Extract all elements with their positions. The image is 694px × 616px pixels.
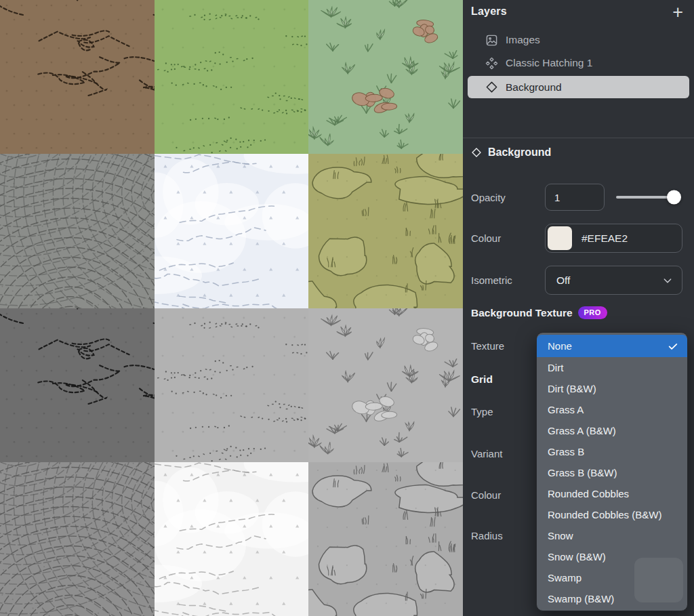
texture-option-swamp[interactable]: Swamp: [537, 567, 687, 588]
right-panel: Layers + Images Classic Hatching 1 Ba: [463, 0, 694, 616]
background-texture-header: Background Texture PRO: [471, 306, 607, 319]
texture-option-label: Dirt: [548, 362, 563, 373]
texture-tile-snow: [155, 154, 309, 308]
background-section-title: Background: [488, 146, 551, 159]
diamond-icon: [485, 81, 498, 94]
prop-label-radius: Radius: [471, 530, 503, 541]
prop-label-colour: Colour: [471, 489, 501, 501]
texture-option-grass-a[interactable]: Grass A: [537, 399, 687, 420]
texture-option-label: None: [548, 340, 572, 352]
texture-option-dirt[interactable]: Dirt: [537, 357, 687, 378]
layer-item-classic-hatching-1[interactable]: Classic Hatching 1: [468, 53, 689, 73]
texture-option-label: Grass A: [548, 404, 584, 415]
texture-option-dirt-b-w[interactable]: Dirt (B&W): [537, 378, 687, 399]
texture-tile-swamp-b-w: [308, 462, 463, 616]
texture-tile-dirt-b-w: [0, 308, 155, 462]
opacity-input[interactable]: 1: [545, 184, 605, 211]
texture-tile-swamp: [308, 154, 463, 308]
texture-option-label: Grass B: [548, 446, 584, 457]
background-texture-title: Background Texture: [471, 307, 573, 319]
texture-option-label: Snow: [548, 530, 573, 541]
texture-option-label: Snow (B&W): [548, 551, 606, 562]
opacity-value: 1: [554, 192, 560, 203]
layer-item-background[interactable]: Background: [468, 76, 689, 98]
texture-option-label: Rounded Cobbles: [548, 488, 629, 499]
texture-option-swamp-b-w[interactable]: Swamp (B&W): [537, 588, 687, 609]
prop-label-grid: Grid: [471, 373, 493, 386]
texture-option-label: Rounded Cobbles (B&W): [548, 509, 661, 520]
panel-divider: [463, 138, 694, 138]
app-window: Layers + Images Classic Hatching 1 Ba: [0, 0, 694, 616]
colour-field[interactable]: #EFEAE2: [545, 224, 682, 253]
texture-option-grass-a-b-w[interactable]: Grass A (B&W): [537, 420, 687, 441]
texture-option-label: Grass B (B&W): [548, 467, 617, 478]
texture-tile-dirt: [0, 0, 155, 154]
texture-tile-grass-a: [155, 0, 309, 154]
layer-item-label: Background: [506, 81, 562, 94]
colour-swatch[interactable]: [548, 226, 572, 250]
prop-label-type: Type: [471, 406, 493, 417]
check-icon: [668, 341, 678, 352]
texture-option-snow-b-w[interactable]: Snow (B&W): [537, 546, 687, 567]
prop-label-texture: Texture: [471, 340, 504, 352]
isometric-label: Isometric: [471, 274, 512, 286]
layer-item-label: Classic Hatching 1: [506, 57, 592, 69]
colour-label: Colour: [471, 232, 501, 244]
colour-value: #EFEAE2: [581, 232, 628, 245]
opacity-label: Opacity: [471, 192, 506, 203]
texture-tile-snow-b-w: [155, 462, 309, 616]
layers-header: Layers +: [463, 0, 694, 19]
chevron-down-icon: [662, 275, 673, 286]
add-layer-button[interactable]: +: [671, 5, 685, 19]
texture-option-grass-b-b-w[interactable]: Grass B (B&W): [537, 462, 687, 483]
pro-badge: PRO: [578, 306, 607, 319]
texture-option-label: Dirt (B&W): [548, 383, 596, 394]
texture-dropdown: NoneDirtDirt (B&W)Grass AGrass A (B&W)Gr…: [536, 332, 688, 611]
opacity-slider[interactable]: [616, 196, 681, 199]
texture-option-label: Grass A (B&W): [548, 425, 616, 436]
texture-option-label: Swamp: [548, 572, 581, 583]
texture-tile-grass-b-b-w: [308, 308, 463, 462]
layer-item-images[interactable]: Images: [468, 30, 689, 50]
texture-option-rounded-cobbles-b-w[interactable]: Rounded Cobbles (B&W): [537, 504, 687, 525]
isometric-select[interactable]: Off: [545, 266, 682, 295]
layers-panel-title: Layers: [471, 5, 507, 18]
background-section-header: Background: [471, 146, 551, 159]
texture-option-label: Swamp (B&W): [548, 593, 614, 604]
texture-preview-grid: [0, 0, 463, 616]
texture-tile-rounded-cobbles: [0, 154, 155, 308]
image-icon: [485, 34, 498, 47]
prop-label-variant: Variant: [471, 448, 502, 459]
opacity-slider-knob[interactable]: [667, 190, 681, 205]
diamond-icon: [471, 147, 482, 158]
texture-option-none[interactable]: None: [537, 335, 687, 357]
texture-tile-rounded-cobbles-b-w: [0, 462, 155, 616]
texture-option-snow[interactable]: Snow: [537, 525, 687, 546]
texture-tile-grass-a-b-w: [155, 308, 309, 462]
texture-tile-grass-b: [308, 0, 463, 154]
hatching-icon: [485, 57, 498, 70]
layer-item-label: Images: [506, 34, 540, 46]
texture-option-grass-b[interactable]: Grass B: [537, 441, 687, 462]
texture-option-rounded-cobbles[interactable]: Rounded Cobbles: [537, 483, 687, 504]
layers-list: Images Classic Hatching 1 Background: [463, 30, 694, 98]
isometric-value: Off: [556, 274, 570, 287]
